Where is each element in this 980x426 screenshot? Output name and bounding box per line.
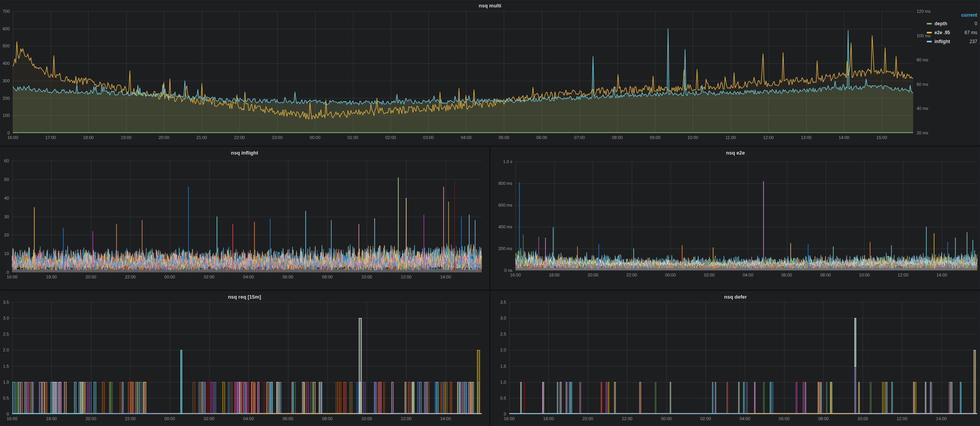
nsq-e2e-plot[interactable]	[491, 148, 980, 290]
legend-label: e2e .95	[935, 30, 964, 35]
legend-label: depth	[935, 21, 975, 26]
panel-nsq-inflight: nsq inflight	[0, 147, 489, 289]
legend-value: 237	[970, 39, 977, 44]
panel-nsq-multi: nsq multi current depth 0 e2e .95 67 ms …	[0, 0, 980, 145]
panel-title-nsq-multi[interactable]: nsq multi	[0, 3, 980, 9]
panel-nsq-defer: nsq defer	[491, 291, 980, 426]
legend-value: 0	[975, 21, 977, 26]
nsq-inflight-plot[interactable]	[0, 148, 489, 290]
nsq-defer-plot[interactable]	[491, 292, 980, 426]
panel-nsq-req: nsq req [15m]	[0, 291, 489, 426]
depth-series-swatch	[927, 23, 932, 24]
e2e-series-swatch	[927, 32, 932, 33]
panel-title-nsq-inflight[interactable]: nsq inflight	[0, 150, 489, 156]
legend-current-header[interactable]: current	[927, 11, 977, 19]
panel-title-nsq-req[interactable]: nsq req [15m]	[0, 294, 489, 300]
nsq-req-plot[interactable]	[0, 292, 489, 426]
legend-item-inflight[interactable]: inflight 237	[927, 37, 977, 46]
panel-nsq-e2e: nsq e2e	[491, 147, 980, 289]
panel-title-nsq-defer[interactable]: nsq defer	[491, 294, 980, 300]
legend-item-depth[interactable]: depth 0	[927, 19, 977, 28]
inflight-series-swatch	[927, 41, 932, 42]
legend: current depth 0 e2e .95 67 ms inflight 2…	[927, 11, 977, 46]
grafana-dashboard: nsq multi current depth 0 e2e .95 67 ms …	[0, 0, 980, 426]
legend-value: 67 ms	[964, 30, 977, 35]
legend-label: inflight	[935, 39, 970, 44]
nsq-multi-plot[interactable]	[0, 0, 980, 146]
panel-title-nsq-e2e[interactable]: nsq e2e	[491, 150, 980, 156]
legend-item-e2e-95[interactable]: e2e .95 67 ms	[927, 28, 977, 37]
